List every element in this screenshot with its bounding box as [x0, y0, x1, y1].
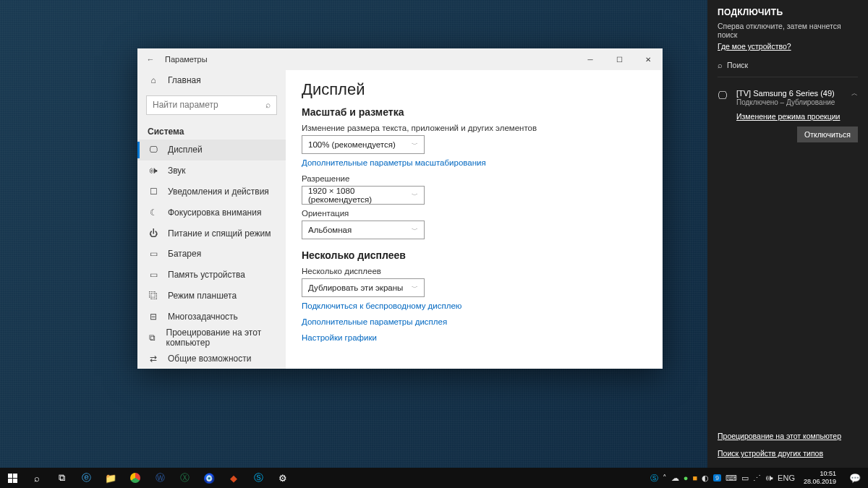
word-app-icon[interactable]: Ⓦ [148, 468, 172, 488]
page-title: Дисплей [302, 80, 647, 99]
settings-app-icon[interactable]: ⚙ [271, 468, 295, 488]
search-icon: ⌕ [265, 100, 271, 110]
panel-search[interactable]: ⌕ Поиск [718, 58, 858, 77]
tv-icon: 🖵 [718, 90, 731, 101]
explorer-app-icon[interactable]: 📁 [98, 468, 123, 488]
start-button[interactable] [0, 468, 25, 488]
sidebar-item-label: Память устройства [168, 270, 245, 280]
tray-battery-icon[interactable]: ▭ [741, 474, 749, 483]
tray-volume-icon[interactable]: 🕪 [765, 474, 773, 482]
clock-date: 28.06.2019 [804, 478, 836, 486]
panel-title: ПОДКЛЮЧИТЬ [718, 7, 858, 17]
task-view-button[interactable]: ⧉ [49, 468, 74, 488]
settings-content: Дисплей Масштаб и разметка Изменение раз… [286, 70, 663, 369]
back-button[interactable]: ← [137, 55, 163, 64]
notifications-icon: ☐ [148, 187, 159, 197]
project-to-pc-link[interactable]: Проецирование на этот компьютер [718, 432, 858, 440]
disconnect-button[interactable]: Отключиться [797, 127, 858, 142]
minimize-button[interactable]: ─ [576, 48, 605, 70]
search-box[interactable]: ⌕ [146, 95, 277, 115]
display-icon: 🖵 [148, 145, 159, 155]
wireless-display-link[interactable]: Подключиться к беспроводному дисплею [302, 301, 647, 310]
scale-advanced-link[interactable]: Дополнительные параметры масштабирования [302, 158, 647, 167]
sidebar-item-label: Многозадачность [168, 312, 238, 322]
tray-language[interactable]: ENG [778, 474, 795, 482]
action-center-button[interactable]: 💬 [845, 473, 865, 484]
graphics-settings-link[interactable]: Настройки графики [302, 333, 647, 342]
resolution-value: 1920 × 1080 (рекомендуется) [308, 187, 412, 204]
svg-rect-3 [13, 479, 17, 483]
edge-app-icon[interactable]: ⓔ [74, 468, 98, 488]
sidebar-item-battery[interactable]: ▭ Батарея [137, 244, 286, 265]
search-icon: ⌕ [718, 61, 723, 69]
sidebar-item-multitask[interactable]: ⊟ Многозадачность [137, 306, 286, 327]
settings-sidebar: ⌂ Главная ⌕ Система 🖵 Дисплей 🕪 Звук ☐ У… [137, 70, 286, 369]
multi-dropdown[interactable]: Дублировать эти экраны ﹀ [302, 278, 425, 297]
sidebar-item-storage[interactable]: ▭ Память устройства [137, 265, 286, 286]
sidebar-item-shared[interactable]: ⇄ Общие возможности [137, 348, 286, 369]
tray-skype-icon[interactable]: Ⓢ [650, 473, 658, 484]
device-name: [TV] Samsung 6 Series (49) [736, 89, 846, 98]
sidebar-item-power[interactable]: ⏻ Питание и спящий режим [137, 223, 286, 244]
sidebar-item-project[interactable]: ⧉ Проецирование на этот компьютер [137, 327, 286, 348]
chevron-down-icon: ﹀ [412, 140, 418, 150]
tray-chevron-up-icon[interactable]: ˄ [663, 474, 667, 483]
tray-icon[interactable]: ☁ [671, 474, 679, 483]
tray-wifi-icon[interactable]: ⋰ [753, 474, 761, 483]
section-scale: Масштаб и разметка [302, 106, 647, 118]
app-icon[interactable]: 🧿 [197, 468, 221, 488]
orientation-dropdown[interactable]: Альбомная ﹀ [302, 221, 425, 239]
tray-icon[interactable]: ◐ [702, 474, 709, 483]
section-multi: Несколько дисплеев [302, 249, 647, 261]
close-button[interactable]: ✕ [634, 48, 663, 70]
find-other-devices-link[interactable]: Поиск устройств других типов [718, 449, 858, 458]
tray-badge[interactable]: 9 [713, 474, 721, 481]
multitask-icon: ⊟ [148, 312, 159, 322]
maximize-button[interactable]: ☐ [605, 48, 634, 70]
sidebar-item-label: Фокусировка внимания [168, 207, 261, 218]
where-device-link[interactable]: Где мое устройство? [718, 42, 858, 51]
sidebar-item-sound[interactable]: 🕪 Звук [137, 160, 286, 181]
panel-search-label: Поиск [727, 61, 748, 69]
sidebar-item-label: Уведомления и действия [168, 187, 269, 197]
taskbar-clock[interactable]: 10:51 28.06.2019 [799, 470, 841, 486]
tablet-icon: ⿻ [148, 291, 159, 301]
tray-icon[interactable]: ■ [692, 474, 697, 482]
device-status: Подключено – Дублирование [736, 98, 846, 106]
excel-app-icon[interactable]: Ⓧ [172, 468, 197, 488]
advanced-display-link[interactable]: Дополнительные параметры дисплея [302, 317, 647, 326]
sidebar-item-label: Питание и спящий режим [168, 228, 271, 239]
sidebar-item-notifications[interactable]: ☐ Уведомления и действия [137, 181, 286, 202]
projection-mode-link[interactable]: Изменение режима проекции [736, 112, 858, 121]
shared-icon: ⇄ [148, 354, 159, 364]
chevron-down-icon: ﹀ [412, 191, 418, 200]
sidebar-item-label: Проецирование на этот компьютер [166, 328, 286, 348]
sidebar-item-tablet[interactable]: ⿻ Режим планшета [137, 286, 286, 307]
search-taskbar-button[interactable]: ⌕ [25, 468, 49, 488]
sidebar-item-display[interactable]: 🖵 Дисплей [137, 140, 286, 160]
orientation-label: Ориентация [302, 209, 647, 218]
home-icon: ⌂ [148, 75, 159, 85]
settings-window: ← Параметры ─ ☐ ✕ ⌂ Главная ⌕ Система 🖵 … [137, 48, 663, 369]
resolution-label: Разрешение [302, 174, 647, 183]
tray-keyboard-icon[interactable]: ⌨ [726, 474, 737, 483]
connect-panel: ПОДКЛЮЧИТЬ Сперва отключите, затем начне… [707, 0, 868, 468]
storage-icon: ▭ [148, 270, 159, 280]
app-icon[interactable]: ◆ [221, 468, 246, 488]
search-input[interactable] [153, 100, 265, 110]
chevron-up-icon[interactable]: ︿ [851, 89, 858, 98]
scale-dropdown[interactable]: 100% (рекомендуется) ﹀ [302, 135, 425, 154]
power-icon: ⏻ [148, 228, 159, 239]
resolution-dropdown[interactable]: 1920 × 1080 (рекомендуется) ﹀ [302, 186, 425, 205]
sidebar-item-home[interactable]: ⌂ Главная [137, 70, 286, 91]
sidebar-item-focus[interactable]: ☾ Фокусировка внимания [137, 202, 286, 223]
sidebar-item-label: Режим планшета [168, 291, 237, 301]
tray-icon[interactable]: ● [684, 474, 689, 482]
skype-app-icon[interactable]: Ⓢ [246, 468, 271, 488]
chrome-app-icon[interactable] [123, 468, 148, 488]
taskbar: ⌕ ⧉ ⓔ 📁 Ⓦ Ⓧ 🧿 ◆ Ⓢ ⚙ Ⓢ ˄ ☁ ● ■ ◐ 9 ⌨ ▭ ⋰ … [0, 468, 868, 488]
sidebar-item-label: Дисплей [168, 145, 203, 155]
panel-subtitle: Сперва отключите, затем начнется поиск [718, 22, 858, 39]
sidebar-item-label: Звук [168, 166, 186, 176]
device-item[interactable]: 🖵 [TV] Samsung 6 Series (49) Подключено … [718, 85, 858, 147]
